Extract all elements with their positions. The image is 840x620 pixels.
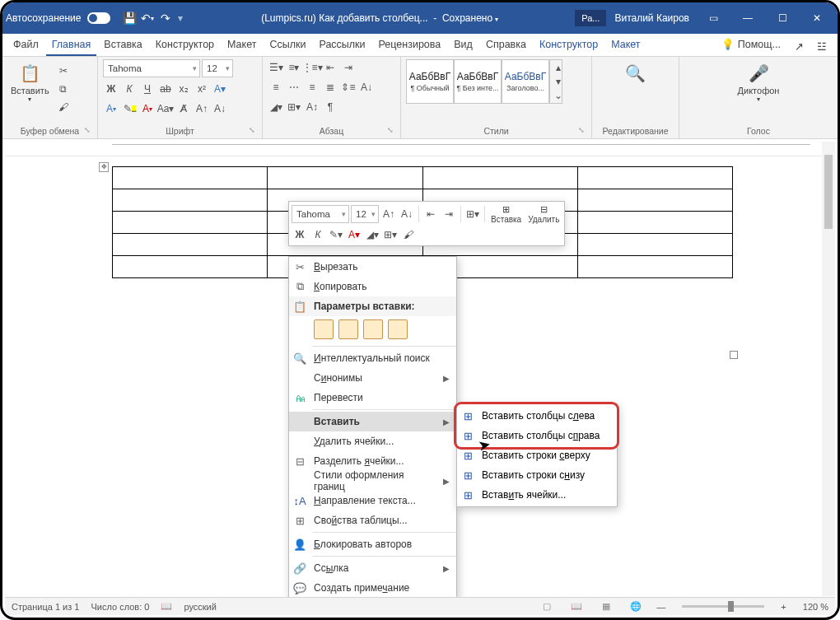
bold-button[interactable]: Ж <box>103 81 119 97</box>
zoom-slider[interactable] <box>682 605 764 608</box>
tab-design[interactable]: Конструктор <box>150 35 220 56</box>
styles-launcher-icon[interactable]: ⤡ <box>578 126 585 134</box>
autosave-toggle[interactable] <box>87 12 110 24</box>
ctx-block-authors[interactable]: 👤Блокировать авторов <box>289 534 456 554</box>
share-icon[interactable]: ↗ <box>788 37 810 56</box>
strikethrough-icon[interactable]: ab <box>157 81 174 97</box>
view-print-icon[interactable]: ▦ <box>597 599 615 614</box>
highlight-icon[interactable]: A▾ <box>103 100 119 117</box>
maximize-icon[interactable]: ☐ <box>765 2 800 34</box>
multilevel-icon[interactable]: ⋮≡▾ <box>304 59 320 76</box>
mini-shading-icon[interactable]: ◢▾ <box>364 226 380 243</box>
style-down-icon[interactable]: ▾ <box>550 74 567 88</box>
ctx-table-properties[interactable]: ⊞Свойства таблицы... <box>289 510 456 530</box>
status-page[interactable]: Страница 1 из 1 <box>12 602 79 612</box>
borders-icon[interactable]: ⊞▾ <box>286 99 302 115</box>
paste-opt-4[interactable] <box>388 319 408 339</box>
cut-icon[interactable]: ✂ <box>55 63 72 79</box>
mini-highlight-icon[interactable]: ✎▾ <box>328 226 344 243</box>
style-nospacing[interactable]: АаБбВвГ¶ Без инте... <box>454 59 502 104</box>
zoom-level[interactable]: 120 % <box>803 602 828 612</box>
mini-font-combo[interactable]: Tahoma <box>292 205 349 223</box>
close-icon[interactable]: ✕ <box>800 2 834 34</box>
tab-table-layout[interactable]: Макет <box>605 35 646 56</box>
clipboard-launcher-icon[interactable]: ⤡ <box>84 126 91 134</box>
tab-mailings[interactable]: Рассылки <box>313 35 371 56</box>
shrink-font-icon[interactable]: A↓ <box>212 100 228 117</box>
tab-table-design[interactable]: Конструктор <box>534 35 604 56</box>
style-up-icon[interactable]: ▴ <box>550 60 567 74</box>
tab-home[interactable]: Главная <box>46 35 97 56</box>
shading-icon[interactable]: ◢▾ <box>268 99 284 115</box>
italic-button[interactable]: К <box>121 81 138 97</box>
align-left-icon[interactable]: ≡ <box>268 79 284 96</box>
table-resize-handle-icon[interactable] <box>730 351 738 359</box>
sub-insert-cols-right[interactable]: ⊞Вставить столбцы справа <box>457 426 617 445</box>
sub-insert-cells[interactable]: ⊞Вставить ячейки... <box>457 485 617 505</box>
mini-bold-button[interactable]: Ж <box>292 226 308 243</box>
tab-references[interactable]: Ссылки <box>264 35 311 56</box>
superscript-icon[interactable]: x² <box>194 81 210 97</box>
mini-delete-button[interactable]: ⊟Удалить <box>525 204 562 224</box>
account-badge[interactable]: Ра... <box>575 10 606 26</box>
ctx-copy[interactable]: ⧉Копировать <box>289 277 456 296</box>
justify-icon[interactable]: ≣ <box>322 79 338 96</box>
table-move-handle-icon[interactable]: ✥ <box>99 162 109 172</box>
tab-file[interactable]: Файл <box>7 35 44 56</box>
mini-shrink-icon[interactable]: A↓ <box>399 206 415 222</box>
ctx-delete-cells[interactable]: Удалить ячейки... <box>289 431 456 451</box>
ctx-text-direction[interactable]: ↕AНаправление текста... <box>289 491 456 510</box>
copy-icon[interactable]: ⧉ <box>55 81 72 97</box>
redo-icon[interactable]: ↷ <box>156 9 175 27</box>
view-read-icon[interactable]: 📖 <box>567 599 586 614</box>
ctx-cut[interactable]: ✂ВВырезатьырезать <box>289 257 456 277</box>
format-painter-icon[interactable]: 🖌 <box>55 99 72 115</box>
find-button[interactable]: 🔍 <box>620 59 651 87</box>
align-right-icon[interactable]: ≡ <box>304 79 320 96</box>
tab-review[interactable]: Рецензирова <box>373 35 447 56</box>
status-words[interactable]: Число слов: 0 <box>91 602 149 612</box>
ctx-synonyms[interactable]: Синонимы▶ <box>289 368 456 388</box>
ribbon-display-options-icon[interactable]: ▭ <box>696 2 730 34</box>
text-effects-icon[interactable]: A▾ <box>212 81 228 97</box>
mini-size-combo[interactable]: 12 <box>351 205 379 223</box>
ctx-border-styles[interactable]: Стили оформления границ▶ <box>289 471 456 491</box>
grow-font-icon[interactable]: A↑ <box>194 100 210 117</box>
zoom-out-icon[interactable]: ― <box>656 602 665 612</box>
paste-opt-1[interactable] <box>314 319 334 339</box>
change-case-icon[interactable]: Aa▾ <box>157 100 174 117</box>
paste-opt-3[interactable] <box>363 319 383 339</box>
minimize-icon[interactable]: ― <box>730 2 765 34</box>
font-name-combo[interactable]: Tahoma <box>103 59 200 77</box>
ctx-split-cells[interactable]: ⊟Разделить ячейки... <box>289 451 456 471</box>
underline-button[interactable]: Ч <box>139 81 156 97</box>
style-more-icon[interactable]: ⌄ <box>550 89 567 103</box>
tell-me-search[interactable]: 💡 Помощ... <box>716 34 786 56</box>
increase-indent-icon[interactable]: ⇥ <box>340 59 357 76</box>
sort2-icon[interactable]: A↕ <box>304 99 320 115</box>
ctx-insert[interactable]: Вставить▶ <box>289 412 456 431</box>
line-spacing-icon[interactable]: ⇕≡ <box>340 79 357 96</box>
ctx-new-comment[interactable]: 💬Создать примечание <box>289 578 456 598</box>
font-launcher-icon[interactable]: ⤡ <box>249 126 255 134</box>
mini-insert-button[interactable]: ⊞Вставка <box>488 204 524 224</box>
style-heading[interactable]: АаБбВвГЗаголово... <box>502 59 549 104</box>
font-color-icon[interactable]: A▾ <box>139 100 156 117</box>
text-highlight-color-icon[interactable]: ✎▁ <box>121 100 138 117</box>
tab-insert[interactable]: Вставка <box>98 35 147 56</box>
zoom-in-icon[interactable]: + <box>781 602 786 612</box>
numbering-icon[interactable]: ≡▾ <box>286 59 302 76</box>
view-focus-icon[interactable]: ▢ <box>538 599 556 614</box>
mini-brush-icon[interactable]: 🖌 <box>400 226 417 243</box>
mini-indent-left-icon[interactable]: ⇤ <box>422 206 439 222</box>
paste-opt-2[interactable] <box>338 319 358 339</box>
sort-icon[interactable]: A↓ <box>358 79 375 96</box>
mini-fontcolor-icon[interactable]: A▾ <box>346 226 362 243</box>
font-size-combo[interactable]: 12 <box>202 59 233 77</box>
show-paragraph-icon[interactable]: ¶ <box>322 99 338 115</box>
horizontal-ruler[interactable] <box>5 142 835 156</box>
clear-format-icon[interactable]: A̸ <box>175 100 192 117</box>
align-center-icon[interactable]: ⋯ <box>286 79 302 96</box>
decrease-indent-icon[interactable]: ⇤ <box>322 59 338 76</box>
mini-italic-button[interactable]: К <box>310 226 326 243</box>
